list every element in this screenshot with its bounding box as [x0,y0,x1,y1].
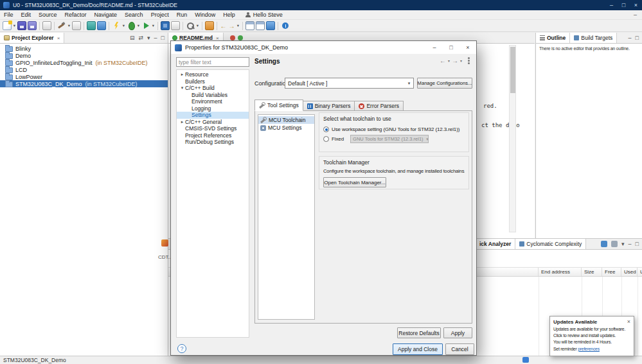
tab-static-stack-analyzer[interactable]: ick Analyzer [476,239,515,249]
tree-item-environment[interactable]: Environment [177,98,249,105]
collapse-all-icon[interactable]: ⊟ [130,35,135,41]
tab-error-parsers[interactable]: Error Parsers [355,101,404,111]
open-perspective-icon[interactable] [245,21,254,30]
dropdown-icon[interactable]: ▾ [151,23,156,28]
maximize-view-icon[interactable]: □ [636,241,639,247]
editor-scrollbar[interactable] [509,45,516,232]
forward-icon[interactable]: → [227,22,236,30]
forward-icon[interactable]: → [452,57,458,64]
tree-item-cpp-general[interactable]: ▸ C/C++ General [177,119,249,126]
radio-workspace-setting[interactable]: Use workspace setting (GNU Tools for STM… [323,125,465,134]
build-icon[interactable] [57,21,66,30]
back-icon[interactable]: ← [219,22,227,30]
menu-file[interactable]: File [0,12,17,18]
dropdown-icon[interactable]: ▾ [448,58,450,63]
restore-defaults-button[interactable]: Restore Defaults [397,327,441,338]
tree-item-resource[interactable]: ▸ Resource [177,71,249,78]
tab-outline[interactable]: Outline [536,33,570,43]
dialog-close-button[interactable]: × [459,41,476,54]
dialog-minimize-button[interactable]: – [426,41,443,54]
project-item-lowpower[interactable]: LowPower [0,73,168,80]
back-icon[interactable]: ← [440,57,446,64]
filter-input[interactable] [176,57,249,67]
project-item-blinky[interactable]: Blinky [0,45,168,52]
chevron-right-icon[interactable]: ▸ [179,119,185,125]
menu-refactor[interactable]: Refactor [61,12,91,18]
menu-source[interactable]: Source [35,12,61,18]
tree-item-build-variables[interactable]: Build Variables [177,92,249,99]
new-wizard-icon[interactable] [3,21,12,30]
external-tools-icon[interactable] [171,21,180,30]
dialog-titlebar[interactable]: Properties for STM32U083C_DK_Demo – □ × [171,41,476,54]
tab-binary-parsers[interactable]: Binary Parsers [303,101,355,111]
tree-item-settings[interactable]: Settings [177,112,249,119]
radio-fixed[interactable]: Fixed GNU Tools for STM32 (12.3.rel1) ▾ [323,134,465,144]
profile-icon[interactable] [161,21,170,30]
user-account-menu[interactable]: Hello Steve [245,12,283,18]
apply-button[interactable]: Apply [443,327,472,338]
column-free[interactable]: Free [602,268,621,276]
trim-icon[interactable] [42,21,51,30]
minimize-view-icon[interactable]: – [629,241,632,247]
column-usage[interactable]: U [638,268,642,276]
dialog-maximize-button[interactable]: □ [443,41,459,54]
debug-icon[interactable] [127,21,136,30]
maximize-button[interactable]: □ [618,0,630,10]
column-used[interactable]: Used [621,268,638,276]
dropdown-icon[interactable]: ▾ [12,23,17,28]
dropdown-icon[interactable]: ▾ [136,23,141,28]
help-button[interactable]: ? [177,344,186,353]
project-item-gpio-infiniteledtoggling-init[interactable]: GPIO_InfiniteLedToggling_Init (in STM32C… [0,59,168,66]
dropdown-icon[interactable]: ▾ [121,23,126,28]
refresh-icon[interactable] [601,241,607,247]
tree-item-project-references[interactable]: Project References [177,132,249,139]
tree-item-run-debug-settings[interactable]: Run/Debug Settings [177,139,249,146]
dropdown-icon[interactable]: ▾ [236,23,240,28]
tree-item-cmsis-svd-settings[interactable]: CMSIS-SVD Settings [177,125,249,132]
menu-edit[interactable]: Edit [17,12,35,18]
close-button[interactable]: × [630,0,642,10]
view-menu-icon[interactable] [468,60,470,62]
maximize-view-icon[interactable]: □ [636,35,639,41]
tool-item-mcu-settings[interactable]: MCU Settings [258,124,314,132]
menu-window[interactable]: Window [191,12,219,18]
project-item-lcd[interactable]: LCD [0,66,168,73]
menu-help[interactable]: Help [219,12,239,18]
dropdown-icon[interactable]: ▾ [460,58,462,63]
column-size[interactable]: Size [582,268,602,276]
menu-project[interactable]: Project [147,12,173,18]
project-item-demo[interactable]: Demo [0,52,168,59]
filter-icon[interactable] [611,241,618,247]
cpp-perspective-icon[interactable] [256,21,265,30]
dropdown-icon[interactable]: ▾ [195,23,200,28]
save-icon[interactable] [17,21,26,30]
tool-item-mcu-toolchain[interactable]: MCU Toolchain [258,116,314,124]
tab-tool-settings[interactable]: Tool Settings [254,100,303,111]
tree-item-logging[interactable]: Logging [177,105,249,112]
scrollbar-thumb[interactable] [510,47,515,93]
menu-search[interactable]: Search [121,12,147,18]
project-item-stm32u083c-dk-demo[interactable]: STM32U083C_DK_Demo (in STM32CubeIDE) [0,80,168,87]
search-icon[interactable] [186,21,195,30]
close-view-icon[interactable]: × [57,35,60,41]
link-editor-icon[interactable]: ⇄ [138,35,143,41]
cancel-button[interactable]: Cancel [445,343,474,355]
tab-build-targets[interactable]: Build Targets [570,33,617,43]
minimize-view-icon[interactable]: – [154,35,157,41]
build-all-icon[interactable] [72,21,81,30]
dropdown-icon[interactable]: ▾ [67,23,71,28]
minimize-view-icon[interactable]: – [629,35,632,41]
radio-unselected-icon[interactable] [323,136,329,142]
flash-icon[interactable] [112,21,121,30]
maximize-view-icon[interactable]: □ [161,35,165,41]
configuration-select[interactable]: Default [ Active ] ▾ [285,78,414,89]
status-notification-icon[interactable] [522,357,529,363]
view-menu-icon[interactable]: ▾ [147,35,150,41]
device-configuration-icon[interactable] [266,21,275,30]
info-icon[interactable] [281,21,290,30]
coverage-icon[interactable] [87,21,96,30]
new-chip-icon[interactable] [97,21,106,30]
chevron-right-icon[interactable]: ▸ [179,72,185,77]
menu-run[interactable]: Run [173,12,192,18]
menu-navigate[interactable]: Navigate [91,12,121,18]
